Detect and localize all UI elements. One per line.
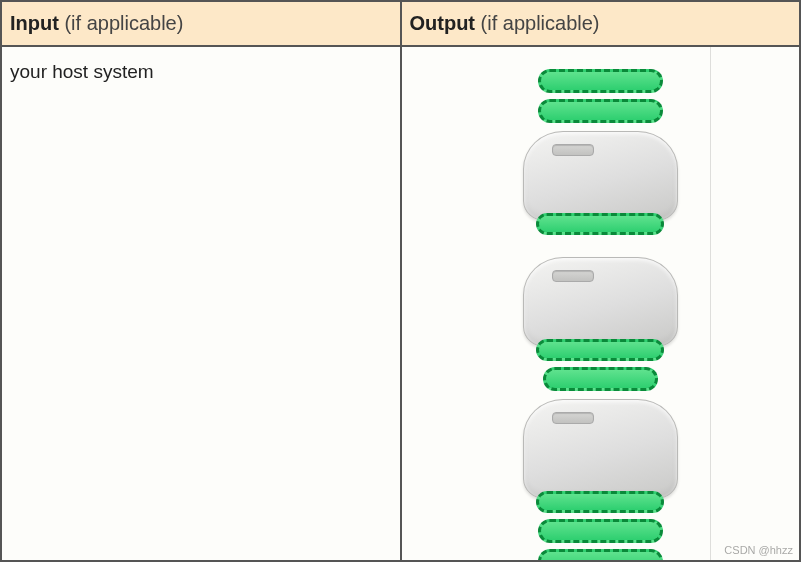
- grey-panel: [523, 131, 678, 221]
- input-header-bold: Input: [10, 12, 59, 34]
- input-header: Input (if applicable): [2, 2, 400, 47]
- output-graphic-stack: [410, 61, 792, 560]
- output-header-bold: Output: [410, 12, 476, 34]
- green-pill: [536, 339, 664, 361]
- grey-panel: [523, 399, 678, 499]
- panel-slot-icon: [552, 270, 594, 282]
- grey-panel: [523, 257, 678, 347]
- input-column: Input (if applicable) your host system: [2, 2, 402, 560]
- green-pill: [538, 69, 663, 93]
- green-pill: [538, 99, 663, 123]
- output-header-rest: (if applicable): [475, 12, 600, 34]
- input-text: your host system: [10, 61, 392, 83]
- panel-slot-icon: [552, 144, 594, 156]
- green-pill: [543, 367, 658, 391]
- io-table: Input (if applicable) your host system O…: [0, 0, 801, 562]
- green-pill: [536, 213, 664, 235]
- output-body: [402, 47, 800, 560]
- watermark-text: CSDN @hhzz: [724, 544, 793, 556]
- input-body: your host system: [2, 47, 400, 560]
- green-pill: [538, 519, 663, 543]
- output-header: Output (if applicable): [402, 2, 800, 47]
- panel-slot-icon: [552, 412, 594, 424]
- green-pill: [538, 549, 663, 560]
- green-pill: [536, 491, 664, 513]
- input-header-rest: (if applicable): [59, 12, 184, 34]
- vertical-rule: [710, 47, 711, 560]
- output-column: Output (if applicable): [402, 2, 800, 560]
